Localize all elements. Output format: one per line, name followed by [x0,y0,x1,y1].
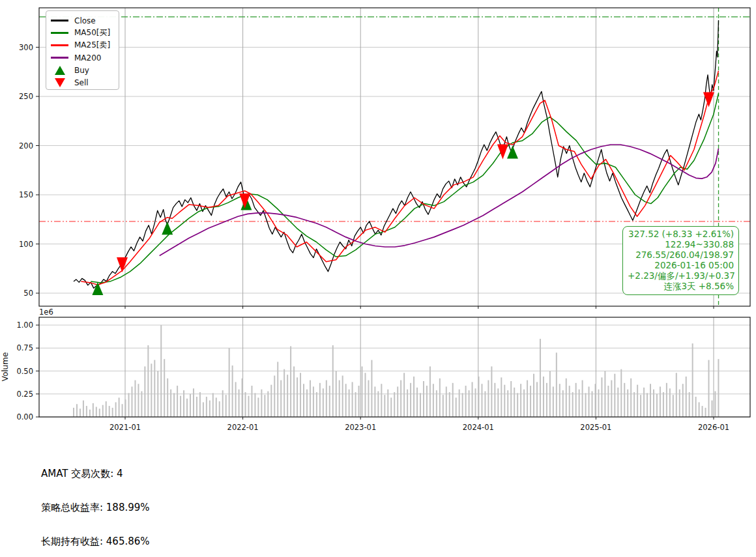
x-tick-label: 2022-01 [227,423,259,432]
volume-bar [647,393,648,417]
legend-item-ma200: MA200 [51,51,119,64]
volume-bar [122,404,123,417]
volume-bar [452,383,454,417]
volume-bar [459,390,460,417]
volume-bar [575,383,577,417]
volume-bar [73,408,74,417]
volume-bar [119,397,120,417]
legend-item-close: Close [51,14,119,27]
volume-bar [206,397,207,417]
volume-bar [433,384,434,417]
volume-bar [533,374,534,417]
volume-bar [387,390,388,417]
volume-bar [607,386,609,417]
volume-bar [633,392,635,417]
volume-y-tick-label: 1.00 [16,321,33,330]
volume-bar [556,352,557,417]
volume-bar [407,390,408,417]
volume-bar [566,378,567,417]
volume-bar [112,408,113,417]
volume-bar [173,393,175,417]
volume-bar [689,392,690,417]
volume-bar [611,380,612,417]
volume-bar [465,386,467,417]
volume-bar [257,397,259,417]
volume-bar [371,360,372,417]
volume-bar [384,395,385,417]
price-y-tick-label: 200 [19,141,33,150]
volume-bar [553,386,554,417]
volume-bar [102,405,104,417]
volume-bar [514,388,515,417]
volume-bar [494,383,495,417]
volume-bar [313,386,314,417]
volume-bar [497,388,499,417]
volume-bar [297,377,298,417]
volume-bar [342,376,343,417]
volume-bar [245,392,246,417]
volume-y-tick-label: 0.50 [16,367,33,376]
volume-bar [475,388,476,417]
volume-bar [546,383,547,417]
volume-bar [413,377,414,417]
volume-bar [86,406,87,417]
volume-bar [199,392,201,417]
volume-bar [504,385,505,417]
volume-bar [235,382,237,417]
volume-bar [261,390,262,417]
volume-bar [624,383,625,417]
volume-y-tick-label: 0.00 [16,412,33,421]
volume-bar [429,366,431,417]
legend-item-buy: Buy [51,64,119,76]
volume-bar [708,360,710,417]
volume-bar [673,395,674,417]
volume-bar [705,408,706,417]
volume-bar [329,386,330,417]
volume-bar [160,325,162,417]
volume-bar [303,384,304,417]
volume-bar [141,392,142,417]
volume-bar [653,390,654,417]
volume-bar [549,371,551,418]
volume-bar [222,390,224,417]
volume-bar [663,392,664,417]
volume-bar [377,392,379,417]
volume-bar [80,408,81,417]
volume-bar [569,386,570,417]
volume-bar [316,392,317,417]
volume-bar [89,410,91,417]
volume-bar [517,393,518,417]
buy-marker [162,221,173,235]
volume-bar [115,402,117,417]
legend: Close MA50[买] MA25[卖] MA200 Buy Sell [46,10,119,90]
volume-bar [306,390,308,417]
volume-bar [666,383,667,417]
annotation-last-price: 327.52 (+8.33 +2.61%) [628,229,734,239]
volume-bar [374,386,375,417]
volume-bar [530,386,531,417]
volume-bar [109,406,110,417]
volume-bar [439,378,441,417]
annotation-momentum: +2.23/偏多/+1.93/+0.37 [628,270,734,281]
volume-bar [507,390,508,417]
annotation-streak: 连涨3天 +8.56% [628,281,734,291]
volume-bar [536,382,538,417]
volume-bar [280,380,282,417]
volume-bar [436,390,437,417]
volume-bar [643,388,645,417]
volume-bar [358,386,360,417]
volume-bar [686,377,687,417]
volume-bar [592,392,593,417]
volume-bar [93,403,94,417]
summary-block: AMAT 交易次数: 4 策略总收益率: 188.99% 长期持有收益: 465… [41,446,358,557]
volume-bar [487,380,489,417]
volume-bar [718,359,719,417]
price-y-tick-label: 250 [19,92,33,101]
volume-bar [449,392,450,417]
volume-bar [196,397,197,417]
volume-bar [660,386,661,417]
volume-bar [209,401,211,417]
volume-bar [134,380,136,417]
volume-bar [420,393,421,417]
volume-bar [147,345,149,417]
